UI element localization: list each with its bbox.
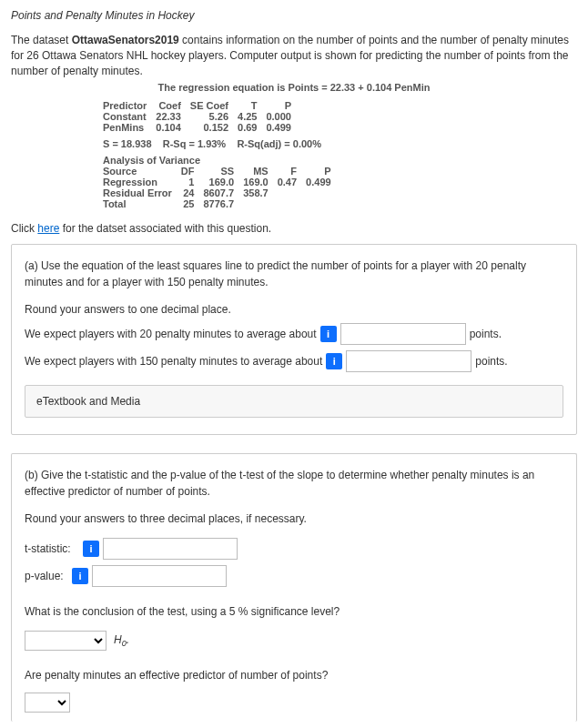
anova-cell: 0.47: [278, 177, 306, 187]
dataset-link[interactable]: here: [37, 222, 59, 235]
coefficient-table: Predictor Coef SE Coef T P Constant 22.3…: [103, 100, 485, 209]
anova-cell: [278, 198, 306, 209]
anova-cell: 24: [181, 187, 204, 198]
click-post: for the datset associated with this ques…: [59, 222, 271, 235]
anova-cell: 0.499: [306, 177, 340, 187]
coef-cell: 0.499: [266, 122, 300, 133]
anova-cell: 1: [181, 177, 204, 187]
coef-cell: 0.69: [238, 122, 266, 133]
anova-cell: [243, 198, 278, 209]
click-pre: Click: [11, 222, 37, 235]
part-a-prompt: (a) Use the equation of the least square…: [25, 258, 563, 290]
effective-select[interactable]: [25, 693, 70, 713]
coef-cell: 5.26: [190, 111, 238, 122]
regression-equation: The regression equation is Points = 22.3…: [11, 82, 577, 93]
page-title: Points and Penalty Minutes in Hockey: [11, 9, 577, 22]
anova-header: Source: [103, 166, 181, 177]
coef-cell: 22.33: [156, 111, 190, 122]
coef-cell: 4.25: [238, 111, 266, 122]
anova-cell: 25: [181, 198, 204, 209]
anova-header: P: [306, 166, 340, 177]
anova-row-label: Regression: [103, 177, 181, 187]
anova-row-label: Total: [103, 198, 181, 209]
coef-header-p: P: [266, 100, 300, 111]
etextbook-media-button[interactable]: eTextbook and Media: [25, 385, 563, 418]
anova-header: SS: [203, 166, 243, 177]
anova-header: MS: [243, 166, 278, 177]
anova-cell: [306, 187, 340, 198]
info-icon[interactable]: i: [326, 353, 342, 369]
h0-label: H0.: [114, 633, 129, 648]
coef-cell: 0.152: [190, 122, 238, 133]
effective-question: Are penalty minutes an effective predict…: [25, 669, 563, 682]
coef-header-coef: Coef: [156, 100, 190, 111]
dataset-name: OttawaSenators2019: [72, 34, 179, 46]
info-icon[interactable]: i: [83, 541, 99, 557]
anova-row-label: Residual Error: [103, 187, 181, 198]
conclusion-select[interactable]: [25, 631, 106, 651]
anova-header: F: [278, 166, 306, 177]
answer-20-input[interactable]: [340, 323, 466, 345]
s-value: S = 18.938: [103, 138, 152, 149]
coef-header-predictor: Predictor: [103, 100, 156, 111]
coef-header-t: T: [238, 100, 266, 111]
anova-cell: 169.0: [203, 177, 243, 187]
dataset-link-line: Click here for the datset associated wit…: [11, 222, 577, 235]
tstat-label: t-statistic:: [25, 542, 79, 555]
anova-title: Analysis of Variance: [103, 155, 485, 166]
part-b-box: (b) Give the t-statistic and the p-value…: [11, 453, 577, 722]
coef-cell: 0.104: [156, 122, 190, 133]
rsq-value: R-Sq = 1.93%: [163, 138, 226, 149]
h0-letter: H: [114, 633, 122, 646]
info-icon[interactable]: i: [320, 326, 337, 342]
part-b-round: Round your answers to three decimal plac…: [25, 512, 563, 525]
part-b-prompt: (b) Give the t-statistic and the p-value…: [25, 467, 563, 500]
expect-20-post: points.: [470, 328, 502, 340]
expect-150-pre: We expect players with 150 penalty minut…: [25, 355, 322, 368]
anova-cell: [278, 187, 306, 198]
pvalue-input[interactable]: [92, 565, 227, 587]
anova-cell: [306, 198, 340, 209]
tstat-input[interactable]: [103, 538, 238, 560]
h0-punct: .: [127, 633, 129, 646]
expect-150-post: points.: [475, 355, 507, 368]
coef-row-label: Constant: [103, 111, 156, 122]
coef-row-label: PenMins: [103, 122, 156, 133]
anova-header: DF: [181, 166, 204, 177]
info-icon[interactable]: i: [72, 568, 88, 584]
conclusion-question: What is the conclusion of the test, usin…: [25, 605, 563, 618]
answer-150-input[interactable]: [346, 350, 471, 372]
pvalue-label: p-value:: [25, 570, 68, 582]
expect-20-pre: We expect players with 20 penalty minute…: [25, 328, 317, 340]
coef-header-secoef: SE Coef: [190, 100, 238, 111]
intro-pre: The dataset: [11, 34, 72, 46]
coef-cell: 0.000: [266, 111, 300, 122]
anova-cell: 358.7: [243, 187, 278, 198]
part-a-round: Round your answers to one decimal place.: [25, 303, 563, 316]
intro-text: The dataset OttawaSenators2019 contains …: [11, 33, 577, 78]
anova-cell: 8607.7: [203, 187, 243, 198]
anova-cell: 8776.7: [203, 198, 243, 209]
part-a-box: (a) Use the equation of the least square…: [11, 244, 577, 435]
anova-cell: 169.0: [243, 177, 278, 187]
rsqadj-value: R-Sq(adj) = 0.00%: [237, 138, 321, 149]
